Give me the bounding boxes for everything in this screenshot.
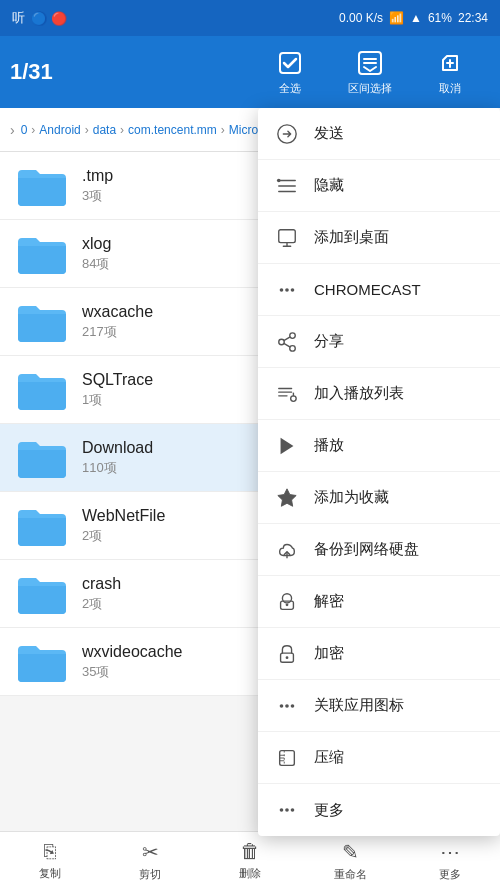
svg-point-34 (286, 656, 289, 659)
menu-label-compress: 压缩 (314, 748, 344, 767)
menu-item-backup[interactable]: 备份到网络硬盘 (258, 524, 500, 576)
svg-point-19 (290, 345, 296, 351)
encrypt-icon (274, 641, 300, 667)
more2-icon (274, 797, 300, 823)
menu-label-decrypt: 解密 (314, 592, 344, 611)
send-icon (274, 121, 300, 147)
decrypt-icon (274, 589, 300, 615)
svg-point-18 (279, 339, 285, 345)
menu-label-hide: 隐藏 (314, 176, 344, 195)
menu-item-chromecast[interactable]: CHROMECAST (258, 264, 500, 316)
menu-label-play: 播放 (314, 436, 344, 455)
desktop-icon (274, 225, 300, 251)
svg-point-14 (280, 288, 284, 292)
hide-icon (274, 173, 300, 199)
menu-item-share[interactable]: 分享 (258, 316, 500, 368)
menu-label-playlist: 加入播放列表 (314, 384, 404, 403)
menu-item-desktop[interactable]: 添加到桌面 (258, 212, 500, 264)
svg-point-16 (291, 288, 295, 292)
play-icon (274, 433, 300, 459)
svg-point-25 (291, 395, 297, 401)
svg-rect-11 (279, 229, 296, 242)
menu-label-more2: 更多 (314, 801, 344, 820)
menu-label-send: 发送 (314, 124, 344, 143)
favorite-icon (274, 485, 300, 511)
svg-point-43 (280, 808, 284, 812)
menu-item-hide[interactable]: 隐藏 (258, 160, 500, 212)
menu-label-favorite: 添加为收藏 (314, 488, 389, 507)
menu-item-send[interactable]: 发送 (258, 108, 500, 160)
overlay[interactable]: 发送 隐藏 添加到桌面 CHROMECAST 分享 加入播放列表 播放 添加为收… (0, 0, 500, 889)
context-menu: 发送 隐藏 添加到桌面 CHROMECAST 分享 加入播放列表 播放 添加为收… (258, 108, 500, 836)
menu-label-backup: 备份到网络硬盘 (314, 540, 419, 559)
menu-label-share: 分享 (314, 332, 344, 351)
svg-point-45 (291, 808, 295, 812)
svg-point-15 (285, 288, 289, 292)
svg-line-20 (284, 336, 290, 340)
menu-item-favorite[interactable]: 添加为收藏 (258, 472, 500, 524)
svg-point-17 (290, 332, 296, 338)
svg-marker-28 (278, 488, 296, 505)
menu-item-compress[interactable]: 压缩 (258, 732, 500, 784)
svg-point-32 (286, 603, 289, 606)
menu-label-associate: 关联应用图标 (314, 696, 404, 715)
svg-point-44 (285, 808, 289, 812)
menu-item-encrypt[interactable]: 加密 (258, 628, 500, 680)
menu-item-play[interactable]: 播放 (258, 420, 500, 472)
compress-icon (274, 745, 300, 771)
svg-point-10 (277, 178, 281, 182)
menu-item-decrypt[interactable]: 解密 (258, 576, 500, 628)
cast-icon (274, 277, 300, 303)
menu-label-desktop: 添加到桌面 (314, 228, 389, 247)
svg-point-36 (285, 704, 289, 708)
menu-item-associate[interactable]: 关联应用图标 (258, 680, 500, 732)
svg-point-35 (280, 704, 284, 708)
svg-marker-27 (281, 437, 294, 454)
backup-icon (274, 537, 300, 563)
menu-label-encrypt: 加密 (314, 644, 344, 663)
share-icon (274, 329, 300, 355)
link-icon (274, 693, 300, 719)
svg-point-37 (291, 704, 295, 708)
svg-line-21 (284, 343, 290, 347)
menu-item-more2[interactable]: 更多 (258, 784, 500, 836)
menu-label-chromecast: CHROMECAST (314, 281, 421, 298)
playlist-icon (274, 381, 300, 407)
menu-item-playlist[interactable]: 加入播放列表 (258, 368, 500, 420)
